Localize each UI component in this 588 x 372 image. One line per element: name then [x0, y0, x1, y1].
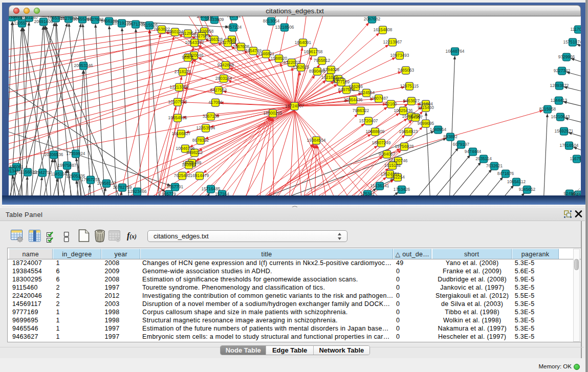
- svg-text:12093872: 12093872: [550, 83, 569, 88]
- svg-text:12923466: 12923466: [128, 189, 147, 194]
- svg-text:6497568: 6497568: [338, 87, 355, 92]
- svg-text:18724007: 18724007: [285, 103, 304, 108]
- svg-text:15751074: 15751074: [563, 39, 581, 45]
- svg-text:893892: 893892: [443, 134, 458, 139]
- svg-text:7625402: 7625402: [174, 173, 191, 178]
- svg-text:9474444: 9474444: [465, 149, 482, 154]
- svg-text:19166827: 19166827: [172, 131, 191, 136]
- svg-text:12942757: 12942757: [33, 170, 52, 175]
- svg-text:19975887: 19975887: [58, 163, 77, 168]
- svg-text:19654925: 19654925: [168, 115, 187, 120]
- svg-text:9777169: 9777169: [333, 79, 350, 84]
- svg-text:20053346: 20053346: [74, 63, 93, 68]
- svg-text:7357224: 7357224: [225, 25, 242, 30]
- svg-text:17359924: 17359924: [67, 151, 85, 156]
- svg-text:1145194: 1145194: [51, 171, 67, 177]
- svg-text:18300295: 18300295: [264, 111, 282, 116]
- svg-text:19384554: 19384554: [307, 138, 326, 143]
- svg-text:7632621: 7632621: [486, 163, 503, 168]
- svg-text:16210643: 16210643: [551, 114, 570, 119]
- svg-text:15136141: 15136141: [371, 183, 389, 188]
- svg-text:1753426: 1753426: [394, 187, 410, 192]
- svg-text:1615132: 1615132: [384, 163, 401, 168]
- svg-text:9329966: 9329966: [558, 54, 575, 59]
- svg-text:12213967: 12213967: [383, 39, 402, 45]
- svg-text:10107553: 10107553: [168, 99, 187, 104]
- svg-text:7986322: 7986322: [353, 108, 369, 113]
- svg-text:10543362: 10543362: [185, 40, 204, 45]
- svg-text:6679197: 6679197: [453, 142, 470, 147]
- svg-text:8427552: 8427552: [210, 87, 227, 93]
- svg-text:12353594: 12353594: [197, 125, 215, 130]
- svg-text:15720407: 15720407: [359, 118, 378, 123]
- svg-text:2803144: 2803144: [215, 76, 232, 81]
- svg-text:9699695: 9699695: [418, 121, 434, 126]
- svg-text:19654923: 19654923: [399, 129, 418, 134]
- svg-text:16154808: 16154808: [374, 27, 393, 32]
- svg-text:8471676: 8471676: [497, 171, 514, 176]
- svg-text:3624554: 3624554: [358, 90, 375, 95]
- svg-text:1105572: 1105572: [14, 20, 30, 26]
- svg-text:20206536: 20206536: [45, 152, 63, 157]
- svg-text:19756928: 19756928: [395, 144, 414, 149]
- svg-text:157164: 157164: [215, 191, 229, 195]
- svg-text:8678332: 8678332: [192, 138, 209, 143]
- svg-text:15692971: 15692971: [555, 128, 574, 134]
- svg-text:2718176: 2718176: [175, 69, 191, 74]
- svg-text:1864091: 1864091: [295, 40, 312, 45]
- svg-text:140994: 140994: [182, 162, 196, 167]
- svg-text:1440954: 1440954: [430, 127, 447, 132]
- svg-text:417006: 417006: [208, 100, 223, 105]
- svg-text:17016504: 17016504: [560, 143, 579, 148]
- svg-text:116753: 116753: [570, 156, 581, 161]
- svg-text:12975115: 12975115: [400, 83, 419, 89]
- svg-text:7955812: 7955812: [314, 58, 331, 63]
- svg-text:2087682: 2087682: [364, 16, 381, 21]
- svg-text:12213389: 12213389: [170, 84, 189, 90]
- svg-text:175342: 175342: [360, 191, 375, 195]
- svg-text:9115460: 9115460: [418, 105, 434, 110]
- svg-text:391341: 391341: [9, 168, 19, 173]
- svg-text:7485063: 7485063: [398, 68, 415, 73]
- svg-text:16648764: 16648764: [446, 49, 465, 54]
- svg-text:735722: 735722: [227, 16, 241, 18]
- svg-text:2935114: 2935114: [475, 156, 492, 161]
- svg-text:9657791: 9657791: [167, 184, 184, 189]
- svg-text:10807487: 10807487: [369, 96, 388, 101]
- svg-text:1362615: 1362615: [293, 64, 310, 70]
- svg-text:3267130: 3267130: [203, 114, 220, 119]
- svg-text:16961758: 16961758: [304, 49, 323, 54]
- svg-text:6794028: 6794028: [323, 67, 340, 72]
- svg-text:20364436: 20364436: [344, 97, 363, 102]
- svg-text:10688609: 10688609: [366, 129, 385, 134]
- svg-text:98901: 98901: [182, 55, 193, 60]
- svg-text:9084067: 9084067: [379, 151, 396, 157]
- svg-text:8215958: 8215958: [539, 106, 556, 112]
- svg-text:10025436: 10025436: [394, 108, 413, 113]
- svg-text:164957: 164957: [408, 115, 423, 120]
- svg-text:9242848: 9242848: [217, 62, 234, 68]
- svg-text:13218506: 13218506: [275, 25, 294, 30]
- svg-text:9245652: 9245652: [519, 187, 536, 192]
- svg-text:9227342: 9227342: [554, 68, 571, 73]
- svg-text:92456: 92456: [563, 191, 575, 195]
- svg-text:9463627: 9463627: [403, 98, 420, 103]
- svg-text:965779: 965779: [162, 191, 176, 195]
- svg-text:252254: 252254: [390, 174, 405, 180]
- svg-text:16033809: 16033809: [205, 17, 224, 22]
- svg-text:10973493: 10973493: [390, 53, 409, 58]
- svg-text:15716485: 15716485: [202, 186, 221, 191]
- svg-text:1117049: 1117049: [570, 27, 581, 32]
- svg-text:3498222: 3498222: [186, 150, 203, 155]
- svg-text:8813054: 8813054: [263, 18, 280, 24]
- svg-text:16914479: 16914479: [190, 173, 209, 178]
- svg-text:1244413: 1244413: [551, 98, 568, 103]
- svg-text:62160: 62160: [385, 101, 397, 106]
- svg-text:18807249: 18807249: [372, 140, 391, 145]
- svg-text:10654112: 10654112: [507, 179, 526, 184]
